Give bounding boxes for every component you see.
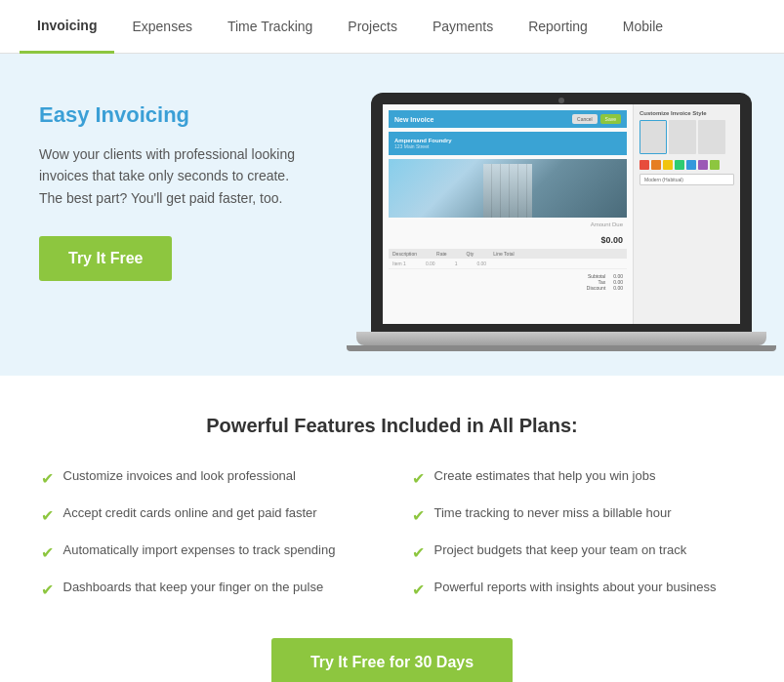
color-red[interactable] <box>640 160 649 170</box>
try-free-30-button[interactable]: Try It Free for 30 Days <box>271 638 513 682</box>
screen-style-options <box>640 120 734 154</box>
screen-action-buttons: Cancel Save <box>572 114 621 124</box>
screen-invoice-title: New Invoice <box>394 116 433 123</box>
screen-save-btn[interactable]: Save <box>600 114 621 124</box>
nav-item-payments[interactable]: Payments <box>415 0 511 54</box>
nav-item-projects[interactable]: Projects <box>330 0 415 54</box>
row-rate: 0.00 <box>426 261 435 266</box>
check-icon-1: ✔ <box>41 469 54 488</box>
feature-item-right-4: ✔ Powerful reports with insights about y… <box>412 576 744 603</box>
laptop-body: New Invoice Cancel Save Ampersand Foundr… <box>371 93 752 332</box>
nav-item-reporting[interactable]: Reporting <box>511 0 605 54</box>
features-section: Powerful Features Included in All Plans:… <box>0 376 784 682</box>
feature-text-4: Dashboards that keep your finger on the … <box>63 580 324 594</box>
color-purple[interactable] <box>698 160 708 170</box>
laptop-mockup: New Invoice Cancel Save Ampersand Foundr… <box>371 93 752 356</box>
row-qty: 1 <box>455 261 458 266</box>
building-shape <box>483 164 532 218</box>
feature-item-1: ✔ Customize invoices and look profession… <box>41 464 373 492</box>
feature-item-right-3: ✔ Project budgets that keep your team on… <box>412 539 744 566</box>
style-opt-1[interactable] <box>640 120 667 154</box>
building-image <box>389 159 627 218</box>
feature-item-2: ✔ Accept credit cards online and get pai… <box>41 501 373 529</box>
laptop-screen: New Invoice Cancel Save Ampersand Foundr… <box>383 104 740 324</box>
screen-color-swatches <box>640 160 734 170</box>
feature-text-right-4: Powerful reports with insights about you… <box>434 580 717 594</box>
feature-item-3: ✔ Automatically import expenses to track… <box>41 539 373 566</box>
features-title: Powerful Features Included in All Plans: <box>39 415 745 437</box>
screen-company-block: Ampersand Foundry 123 Main Street <box>389 132 627 155</box>
amount-due-text: Amount Due <box>591 221 623 227</box>
nav-item-invoicing[interactable]: Invoicing <box>20 0 114 54</box>
screen-totals-block: Subtotal 0.00 Tax 0.00 Discount 0.00 <box>389 269 627 295</box>
screen-content: New Invoice Cancel Save Ampersand Foundr… <box>383 104 740 324</box>
row-total: 0.00 <box>476 261 486 266</box>
hero-left: Easy Invoicing Wow your clients with pro… <box>39 93 371 281</box>
feature-item-right-2: ✔ Time tracking to never miss a billable… <box>412 501 744 529</box>
hero-section: Easy Invoicing Wow your clients with pro… <box>0 54 784 376</box>
screen-header: New Invoice Cancel Save <box>389 110 627 128</box>
check-icon-right-3: ✔ <box>412 543 425 562</box>
screen-cancel-btn[interactable]: Cancel <box>572 114 598 124</box>
hero-title: Easy Invoicing <box>39 102 371 128</box>
screen-company-addr: 123 Main Street <box>394 143 621 149</box>
check-icon-2: ✔ <box>41 506 54 525</box>
screen-table-row-1: Item 1 0.00 1 0.00 <box>389 259 627 269</box>
discount-val: 0.00 <box>613 285 623 291</box>
color-yellow[interactable] <box>663 160 673 170</box>
style-opt-3[interactable] <box>698 120 725 154</box>
check-icon-right-1: ✔ <box>412 469 425 488</box>
feature-text-2: Accept credit cards online and get paid … <box>63 505 317 520</box>
check-icon-right-2: ✔ <box>412 506 425 525</box>
qty-header: Qty <box>467 251 475 257</box>
laptop-base <box>356 332 766 345</box>
screen-amount-due-label: Amount Due <box>389 218 627 231</box>
laptop-foot <box>347 345 776 351</box>
line-total-header: Line Total <box>493 251 514 257</box>
rate-header: Rate <box>436 251 447 257</box>
screen-sidebar: Customize Invoice Style <box>633 104 740 324</box>
hero-right: New Invoice Cancel Save Ampersand Foundr… <box>371 93 752 356</box>
feature-text-1: Customize invoices and look professional <box>63 468 296 483</box>
screen-sidebar-title: Customize Invoice Style <box>640 110 734 116</box>
row-desc: Item 1 <box>392 261 406 266</box>
screen-main: New Invoice Cancel Save Ampersand Foundr… <box>383 104 633 324</box>
feature-item-4: ✔ Dashboards that keep your finger on th… <box>41 576 373 603</box>
color-blue[interactable] <box>686 160 696 170</box>
laptop-camera <box>558 98 564 103</box>
screen-table-header: Description Rate Qty Line Total <box>389 249 627 259</box>
screen-style-dropdown[interactable]: Modern (Habitual) <box>640 174 734 185</box>
hero-try-button[interactable]: Try It Free <box>39 236 172 281</box>
nav-item-expenses[interactable]: Expenses <box>114 0 209 54</box>
nav-item-time-tracking[interactable]: Time Tracking <box>210 0 330 54</box>
color-accent[interactable] <box>710 160 720 170</box>
feature-item-right-1: ✔ Create estimates that help you win job… <box>412 464 744 492</box>
check-icon-right-4: ✔ <box>412 581 425 599</box>
check-icon-4: ✔ <box>41 581 54 599</box>
nav-item-mobile[interactable]: Mobile <box>605 0 681 54</box>
feature-text-right-2: Time tracking to never miss a billable h… <box>434 505 672 520</box>
color-orange[interactable] <box>651 160 661 170</box>
desc-header: Description <box>392 251 417 257</box>
feature-text-right-1: Create estimates that help you win jobs <box>434 468 656 483</box>
feature-text-3: Automatically import expenses to track s… <box>63 542 336 557</box>
feature-text-right-3: Project budgets that keep your team on t… <box>434 542 687 557</box>
hero-description: Wow your clients with professional looki… <box>39 143 312 209</box>
color-green[interactable] <box>675 160 684 170</box>
main-nav: Invoicing Expenses Time Tracking Project… <box>0 0 784 54</box>
discount-label: Discount <box>587 285 605 291</box>
check-icon-3: ✔ <box>41 543 54 562</box>
screen-total-amount: $0.00 <box>389 231 627 249</box>
style-opt-2[interactable] <box>669 120 696 154</box>
features-grid: ✔ Customize invoices and look profession… <box>41 464 744 603</box>
